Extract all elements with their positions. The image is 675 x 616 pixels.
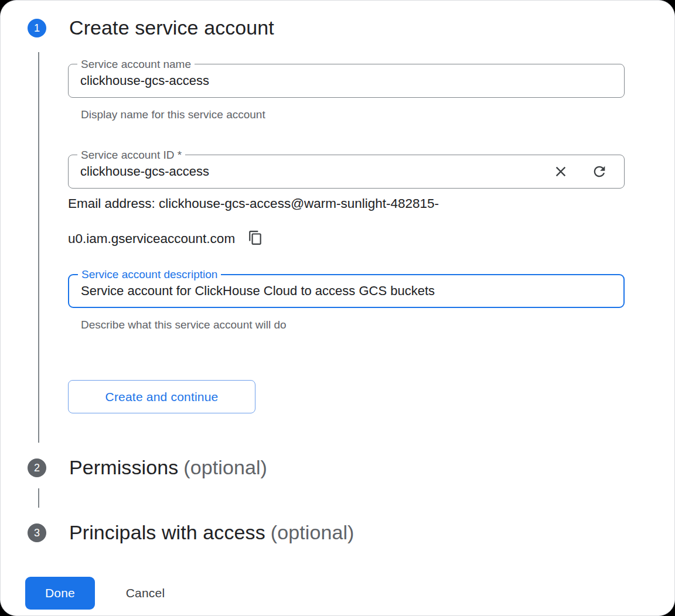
step-1-title: Create service account (69, 16, 274, 39)
done-button[interactable]: Done (25, 577, 95, 610)
step-2-badge: 2 (28, 458, 46, 477)
email-address-line2: u0.iam.gserviceaccount.com (68, 231, 235, 246)
step-1-badge: 1 (28, 19, 46, 37)
service-account-name-input[interactable] (69, 64, 624, 97)
step-3-optional-text: (optional) (271, 521, 354, 543)
service-account-description-input[interactable] (69, 275, 623, 307)
step-2-number: 2 (34, 462, 40, 474)
service-account-description-helper: Describe what this service account will … (81, 319, 287, 331)
service-account-id-field: Service account ID * (68, 155, 625, 189)
step-3-title: Principals with access(optional) (69, 521, 354, 544)
step-1-connector-line (38, 52, 39, 443)
step-2-connector-line (38, 488, 39, 508)
service-account-id-actions (553, 163, 608, 180)
create-service-account-panel: 1 Create service account Service account… (0, 0, 675, 616)
step-2-title-text: Permissions (69, 456, 178, 478)
service-account-description-field: Service account description (68, 274, 625, 308)
step-2-optional-text: (optional) (183, 456, 267, 478)
step-1-number: 1 (34, 22, 40, 35)
create-and-continue-button[interactable]: Create and continue (68, 380, 255, 413)
step-3-title-text: Principals with access (69, 521, 265, 543)
step-2-title: Permissions(optional) (69, 456, 267, 479)
copy-icon[interactable] (248, 230, 263, 245)
service-account-id-input[interactable] (69, 155, 624, 188)
step-3-number: 3 (34, 527, 40, 539)
service-account-name-field: Service account name (68, 64, 625, 98)
cancel-button[interactable]: Cancel (107, 577, 183, 610)
refresh-icon[interactable] (591, 163, 608, 180)
email-address-line1: Email address: clickhouse-gcs-access@war… (68, 196, 439, 211)
step-3-badge: 3 (28, 523, 46, 542)
service-account-name-helper: Display name for this service account (81, 108, 265, 121)
clear-icon[interactable] (553, 163, 569, 180)
email-address-line2-row: u0.iam.gserviceaccount.com (68, 230, 263, 247)
